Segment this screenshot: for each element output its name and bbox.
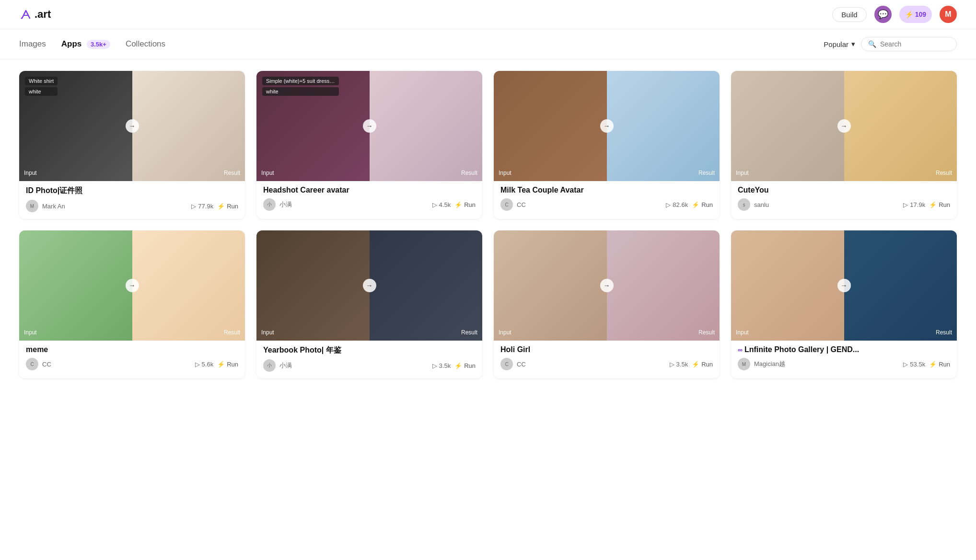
card-title: Milk Tea Couple Avatar xyxy=(500,186,713,194)
svg-point-0 xyxy=(21,18,23,19)
card-meta: C CC ▷ 3.5k ⚡ Run xyxy=(500,358,713,370)
apps-grid: White shirt white → Input Result ID Phot… xyxy=(0,59,976,390)
chat-icon-button[interactable]: 💬 xyxy=(874,6,892,23)
card-label-result: Result xyxy=(698,329,715,336)
face-silhouette-left xyxy=(19,230,132,341)
card-info: CuteYou s sanlu ▷ 17.9k ⚡ Run xyxy=(731,181,957,217)
card-tags: Simple (white)+5 suit dress with sleevel… xyxy=(262,77,339,96)
card-info: Holi Girl C CC ▷ 3.5k ⚡ Run xyxy=(494,341,720,377)
author-avatar: 小 xyxy=(263,359,276,372)
author-avatar: 小 xyxy=(263,198,276,211)
infinite-icon: ∞ xyxy=(738,346,743,354)
card-arrow-icon: → xyxy=(363,279,376,292)
run-button[interactable]: ⚡ Run xyxy=(217,361,238,368)
card-tag-1: Simple (white)+5 suit dress with sleevel… xyxy=(262,77,339,85)
card-meta: 小 小满 ▷ 3.5k ⚡ Run xyxy=(263,359,476,372)
logo[interactable]: .art xyxy=(19,8,51,21)
lightning-count-button[interactable]: ⚡ 109 xyxy=(899,6,932,23)
author-avatar: C xyxy=(26,358,38,370)
nav-right: Popular ▾ 🔍 xyxy=(824,37,957,51)
user-avatar-button[interactable]: M xyxy=(940,6,957,23)
run-button[interactable]: ⚡ Run xyxy=(692,361,713,368)
face-silhouette-right xyxy=(370,71,483,181)
card-image-right xyxy=(607,71,720,181)
card-info: Milk Tea Couple Avatar C CC ▷ 82.6k ⚡ Ru… xyxy=(494,181,720,217)
run-icon: ⚡ xyxy=(929,361,937,368)
card-info: Headshot Career avatar 小 小满 ▷ 4.5k ⚡ Run xyxy=(256,181,482,217)
run-icon: ⚡ xyxy=(217,203,225,210)
card-headshot-career[interactable]: Simple (white)+5 suit dress with sleevel… xyxy=(256,71,482,219)
author-name: CC xyxy=(517,361,666,368)
run-icon: ⚡ xyxy=(692,361,699,368)
card-image: → Input Result xyxy=(494,71,720,181)
card-meta: M Mark An ▷ 77.9k ⚡ Run xyxy=(26,200,238,212)
face-silhouette-right xyxy=(132,230,245,341)
card-info: meme C CC ▷ 5.6k ⚡ Run xyxy=(19,341,245,377)
build-button[interactable]: Build xyxy=(832,7,866,22)
run-button[interactable]: ⚡ Run xyxy=(454,201,476,208)
nav-item-apps[interactable]: Apps 3.5k+ xyxy=(61,39,110,49)
card-label-result: Result xyxy=(461,170,477,176)
run-icon: ⚡ xyxy=(929,201,937,208)
card-lnfinite-photo[interactable]: → Input Result ∞Lnfinite Photo Gallery |… xyxy=(731,230,957,378)
card-label-result: Result xyxy=(936,170,952,176)
author-avatar: C xyxy=(500,358,513,370)
card-arrow-icon: → xyxy=(126,119,139,133)
run-button[interactable]: ⚡ Run xyxy=(692,201,713,208)
card-image: Simple (white)+5 suit dress with sleevel… xyxy=(256,71,482,181)
search-icon: 🔍 xyxy=(868,40,876,48)
card-title: Headshot Career avatar xyxy=(263,186,476,194)
card-info: Yearbook Photo| 年鉴 小 小满 ▷ 3.5k ⚡ Run xyxy=(256,341,482,378)
card-image: → Input Result xyxy=(731,71,957,181)
face-silhouette-right xyxy=(370,230,483,341)
card-meta: s sanlu ▷ 17.9k ⚡ Run xyxy=(738,198,950,211)
run-button[interactable]: ⚡ Run xyxy=(454,362,476,369)
card-image-right xyxy=(370,230,483,341)
nav: Images Apps 3.5k+ Collections Popular ▾ … xyxy=(0,29,976,59)
lightning-icon: ⚡ xyxy=(905,11,913,18)
run-icon: ⚡ xyxy=(692,201,699,208)
face-silhouette-left xyxy=(494,230,607,341)
card-arrow-icon: → xyxy=(600,119,614,133)
card-tag-2: white xyxy=(25,87,58,96)
card-milk-tea-couple[interactable]: → Input Result Milk Tea Couple Avatar C … xyxy=(494,71,720,219)
card-yearbook-photo[interactable]: → Input Result Yearbook Photo| 年鉴 小 小满 ▷… xyxy=(256,230,482,378)
card-label-input: Input xyxy=(499,329,511,336)
nav-item-images[interactable]: Images xyxy=(19,39,46,49)
card-title: ID Photo|证件照 xyxy=(26,186,238,196)
view-count: ▷ 4.5k xyxy=(432,201,451,208)
face-silhouette-right xyxy=(607,71,720,181)
card-label-input: Input xyxy=(736,329,749,336)
card-label-input: Input xyxy=(24,170,37,176)
view-count: ▷ 77.9k xyxy=(191,203,213,210)
run-icon: ⚡ xyxy=(217,361,225,368)
card-meta: 小 小满 ▷ 4.5k ⚡ Run xyxy=(263,198,476,211)
view-count: ▷ 82.6k xyxy=(666,201,688,208)
run-button[interactable]: ⚡ Run xyxy=(217,203,238,210)
header-right: Build 💬 ⚡ 109 M xyxy=(832,6,957,23)
search-input[interactable] xyxy=(880,40,950,48)
card-title: ∞Lnfinite Photo Gallery | GEND... xyxy=(738,345,950,354)
author-name: 小满 xyxy=(279,361,429,370)
card-label-result: Result xyxy=(698,170,715,176)
run-button[interactable]: ⚡ Run xyxy=(929,201,950,208)
run-button[interactable]: ⚡ Run xyxy=(929,361,950,368)
run-icon: ⚡ xyxy=(454,201,462,208)
author-name: Mark An xyxy=(42,203,187,210)
card-meme[interactable]: → Input Result meme C CC ▷ 5.6k ⚡ Run xyxy=(19,230,245,378)
nav-item-collections[interactable]: Collections xyxy=(126,39,165,49)
card-holi-girl[interactable]: → Input Result Holi Girl C CC ▷ 3.5k ⚡ R… xyxy=(494,230,720,378)
card-arrow-icon: → xyxy=(363,119,376,133)
face-silhouette-right xyxy=(844,230,957,341)
card-info: ∞Lnfinite Photo Gallery | GEND... M Magi… xyxy=(731,341,957,377)
play-icon: ▷ xyxy=(191,203,196,210)
header: .art Build 💬 ⚡ 109 M xyxy=(0,0,976,29)
card-id-photo[interactable]: White shirt white → Input Result ID Phot… xyxy=(19,71,245,219)
card-image-left xyxy=(731,230,844,341)
card-label-result: Result xyxy=(936,329,952,336)
sort-button[interactable]: Popular ▾ xyxy=(824,40,855,48)
card-cute-you[interactable]: → Input Result CuteYou s sanlu ▷ 17.9k ⚡… xyxy=(731,71,957,219)
card-tag-1: White shirt xyxy=(25,77,58,85)
card-image-right xyxy=(132,71,245,181)
card-image: → Input Result xyxy=(731,230,957,341)
